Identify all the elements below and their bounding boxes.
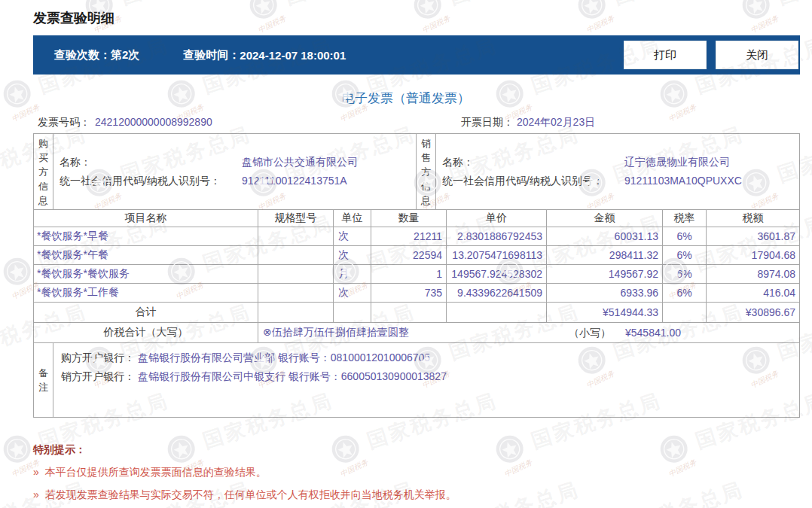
cell-spec: [258, 284, 334, 303]
invoice-number-label: 发票号码：: [38, 116, 90, 128]
notice-section: 特别提示： »本平台仅提供所查询发票票面信息的查验结果。»若发现发票查验结果与实…: [33, 443, 800, 502]
notice-item: »本平台仅提供所查询发票票面信息的查验结果。: [33, 466, 800, 479]
buyer-section-label: 购买方信息: [34, 134, 53, 210]
notice-title: 特别提示：: [33, 443, 800, 457]
total-price-cell: [447, 303, 547, 323]
total-label: 合计: [34, 303, 258, 323]
remarks-section-label: 备注: [34, 343, 53, 418]
watermark-subtext: 中国税务: [420, 13, 452, 35]
cell-name: *餐饮服务*工作餐: [34, 284, 258, 303]
header-unit: 单位: [334, 210, 371, 227]
table-row: *餐饮服务*工作餐次7359.43396226415096933.966%416…: [34, 284, 800, 303]
header-amount: 金额: [547, 210, 663, 227]
total-rate-cell: [663, 303, 707, 323]
header-tax: 税额: [707, 210, 800, 227]
party-table: 购买方信息 名称： 盘锦市公共交通有限公司 统一社会信用代码/纳税人识别号： 9…: [33, 133, 800, 210]
cell-price: 13.2075471698113: [447, 246, 547, 265]
check-count-label: 查验次数：: [54, 48, 111, 62]
invoice-date-label: 开票日期：: [461, 116, 514, 128]
watermark-text: 国家税务总局: [282, 0, 419, 11]
cell-spec: [258, 265, 334, 284]
table-row: *餐饮服务*餐饮服务月1149567.924528302149567.926%8…: [34, 265, 800, 284]
cell-amount: 149567.92: [547, 265, 663, 284]
cell-qty: 21211: [371, 227, 447, 246]
print-button[interactable]: 打印: [624, 41, 707, 69]
total-unit-cell: [334, 303, 371, 323]
check-count: 查验次数： 第2次: [54, 48, 139, 62]
notice-bullet: »: [33, 488, 39, 500]
invoice-number-value: 24212000000008992890: [95, 116, 212, 128]
lowercase-label: （小写）: [569, 323, 611, 343]
cell-rate: 6%: [663, 265, 707, 284]
notice-text: 本平台仅提供所查询发票票面信息的查验结果。: [45, 466, 267, 478]
items-table: 项目名称 规格型号 单位 数量 单价 金额 税率 税额 *餐饮服务*早餐次212…: [33, 209, 800, 323]
watermark-text: 国家税务总局: [446, 0, 583, 11]
watermark-tile: 国家税务总局中国税务: [410, 0, 583, 23]
check-time-value: 2024-12-07 18:00:01: [240, 49, 346, 62]
seller-taxid-label: 统一社会信用代码/纳税人识别号：: [442, 172, 624, 190]
seller-bank-label: 销方开户银行：: [61, 370, 135, 382]
table-row: *餐饮服务*午餐次2259413.2075471698113298411.326…: [34, 246, 800, 265]
cell-price: 9.4339622641509: [447, 284, 547, 303]
tax-total-table: 价税合计（大写） ⊗伍拾肆万伍仟捌佰肆拾壹圆整 （小写） ¥545841.00: [33, 322, 800, 343]
cell-qty: 735: [371, 284, 447, 303]
total-amount-figure: ¥545841.00: [625, 323, 681, 343]
seller-info-cell: 名称： 辽宁德晟物业有限公司 统一社会信用代码/纳税人识别号： 91211103…: [436, 134, 800, 210]
invoice-date: 开票日期： 2024年02月23日: [461, 116, 595, 129]
items-total-row: 合计 ¥514944.33 ¥30896.67: [34, 303, 800, 323]
remark-line: 购方开户银行： 盘锦银行股份有限公司营业部 银行账号：0810001201000…: [61, 348, 792, 367]
buyer-taxid-label: 统一社会信用代码/纳税人识别号：: [60, 172, 242, 190]
watermark-subtext: 中国税务: [585, 13, 616, 35]
buyer-taxid-value: 91211100122413751A: [242, 172, 410, 190]
tax-total-label: 价税合计（大写）: [34, 323, 258, 343]
tax-seal-icon: [246, 0, 282, 23]
cell-unit: 次: [334, 227, 371, 246]
page-title: 发票查验明细: [33, 9, 114, 27]
header-rate: 税率: [663, 210, 707, 227]
buyer-name-value: 盘锦市公共交通有限公司: [242, 153, 410, 172]
cell-unit: 月: [334, 265, 371, 284]
tax-seal-icon: [738, 0, 774, 23]
cell-spec: [258, 246, 334, 265]
invoice-date-value: 2024年02月23日: [517, 116, 595, 128]
watermark-tile: 国家税务总局中国税务: [738, 0, 812, 23]
tax-seal-icon: [0, 254, 35, 290]
tax-total-content: ⊗伍拾肆万伍仟捌佰肆拾壹圆整 （小写） ¥545841.00: [258, 323, 800, 343]
cell-name: *餐饮服务*午餐: [34, 246, 258, 265]
close-button[interactable]: 关闭: [716, 41, 798, 69]
remarks-table: 备注 购方开户银行： 盘锦银行股份有限公司营业部 银行账号：0810001201…: [33, 342, 800, 418]
cell-tax: 416.04: [707, 284, 800, 303]
tax-seal-icon: [410, 0, 446, 23]
total-tax-value: ¥30896.67: [707, 303, 800, 323]
cell-spec: [258, 227, 334, 246]
header-spec: 规格型号: [258, 210, 334, 227]
seller-section-label: 销售方信息: [417, 134, 436, 210]
watermark-tile: 国家税务总局中国税务: [574, 0, 747, 23]
header-price: 单价: [447, 210, 547, 227]
cell-tax: 3601.87: [707, 227, 800, 246]
cell-unit: 次: [334, 284, 371, 303]
cell-rate: 6%: [663, 284, 707, 303]
tax-seal-icon: [0, 431, 35, 467]
tax-seal-icon: [574, 0, 610, 23]
invoice-meta: 发票号码：24212000000008992890 开票日期： 2024年02月…: [33, 116, 800, 132]
remark-line: 销方开户银行： 盘锦银行股份有限公司中银支行 银行账号：660050130900…: [61, 367, 792, 386]
notice-list: »本平台仅提供所查询发票票面信息的查验结果。»若发现发票查验结果与实际交易不符，…: [33, 466, 800, 502]
buyer-bank-value: 盘锦银行股份有限公司营业部 银行账号：08100012010006705: [138, 351, 430, 364]
total-spec-cell: [258, 303, 334, 323]
cell-rate: 6%: [663, 246, 707, 265]
remarks-content: 购方开户银行： 盘锦银行股份有限公司营业部 银行账号：0810001201000…: [53, 343, 800, 418]
cell-qty: 22594: [371, 246, 447, 265]
cell-tax: 8974.08: [707, 265, 800, 284]
notice-text: 若发现发票查验结果与实际交易不符，任何单位或个人有权拒收并向当地税务机关举报。: [45, 488, 456, 500]
cell-qty: 1: [371, 265, 447, 284]
watermark-tile: 国家税务总局中国税务: [246, 0, 419, 23]
table-row: *餐饮服务*早餐次212112.830188679245360031.136%3…: [34, 227, 800, 246]
cell-price: 2.8301886792453: [447, 227, 547, 246]
buyer-name-label: 名称：: [60, 153, 242, 172]
total-amount-value: ¥514944.33: [547, 303, 663, 323]
seller-taxid-value: 91211103MA10QPUXXC: [624, 172, 793, 190]
buyer-info-cell: 名称： 盘锦市公共交通有限公司 统一社会信用代码/纳税人识别号： 9121110…: [53, 134, 417, 210]
notice-item: »若发现发票查验结果与实际交易不符，任何单位或个人有权拒收并向当地税务机关举报。: [33, 488, 800, 502]
watermark-subtext: 中国税务: [749, 13, 780, 35]
